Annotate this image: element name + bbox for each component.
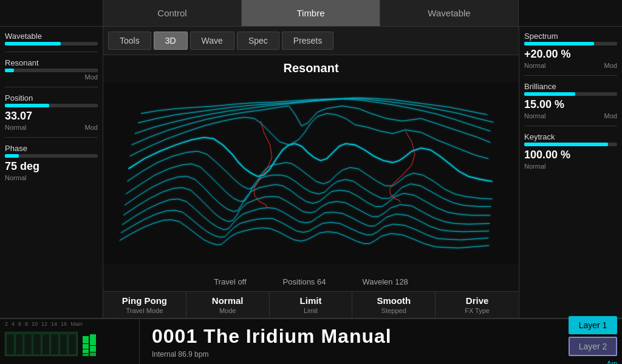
resonant-slider[interactable]: [5, 69, 98, 72]
drive-value: Drive: [440, 295, 514, 306]
spec-button[interactable]: Spec: [237, 32, 279, 50]
wavetable-3d-visual: [103, 55, 519, 291]
position-label: Position: [5, 93, 98, 103]
main-layout: Wavetable Resonant Mod Position 33.07: [0, 27, 622, 318]
tool-bar: Tools 3D Wave Spec Presets: [103, 27, 519, 55]
travel-mode-control[interactable]: Ping Pong Travel Mode: [103, 292, 186, 318]
limit-control[interactable]: Limit Limit: [270, 292, 353, 318]
mode-control[interactable]: Normal Mode: [186, 292, 270, 318]
positions-info: Positions 64: [283, 277, 326, 286]
brilliance-sub: Normal Mod: [524, 112, 617, 120]
keytrack-normal[interactable]: Normal: [524, 163, 545, 170]
keytrack-label: Keytrack: [524, 132, 617, 141]
travel-mode-sub: Travel Mode: [108, 307, 181, 314]
mode-value: Normal: [191, 295, 264, 306]
position-sub: Normal Mod: [5, 124, 98, 131]
patch-name-area: 0001 The Iridium Manual Internal 86.9 bp…: [140, 325, 564, 359]
spectrum-label: Spectrum: [524, 32, 617, 41]
resonant-slider-fill: [5, 69, 14, 72]
spectrum-section: Spectrum +20.00 % Normal Mod: [524, 32, 617, 69]
tools-button[interactable]: Tools: [108, 32, 151, 50]
right-sidebar: Spectrum +20.00 % Normal Mod Brilliance …: [519, 27, 622, 318]
spectrum-value: +20.00 %: [524, 48, 617, 61]
brilliance-label: Brilliance: [524, 82, 617, 91]
level-meters: [83, 329, 96, 356]
bottom-controls: Ping Pong Travel Mode Normal Mode Limit …: [103, 291, 519, 318]
position-value: 33.07: [5, 110, 98, 123]
svg-rect-0: [103, 82, 519, 265]
position-slider-fill: [5, 104, 49, 107]
brilliance-section: Brilliance 15.00 % Normal Mod: [524, 82, 617, 120]
presets-button[interactable]: Presets: [282, 32, 333, 50]
right-divider-1: [524, 75, 617, 76]
drive-sub: FX Type: [440, 307, 514, 314]
mini-piano-keys: [5, 329, 78, 356]
phase-slider[interactable]: [5, 154, 98, 158]
wave-info: Travel off Positions 64 Wavelen 128: [103, 277, 519, 286]
limit-sub: Limit: [275, 307, 347, 314]
wavetable-section: Wavetable: [5, 32, 98, 46]
nav-tabs: Control Timbre Wavetable: [103, 0, 519, 26]
bottom-bar: 2 4 6 8 10 12 14 16 Main: [0, 318, 622, 364]
mini-keyboard: 2 4 6 8 10 12 14 16 Main: [0, 318, 140, 364]
phase-label: Phase: [5, 144, 98, 153]
wavetable-label: Wavetable: [5, 32, 98, 41]
brilliance-slider[interactable]: [524, 92, 617, 96]
position-section: Position 33.07 Normal Mod: [5, 93, 98, 131]
spectrum-slider-fill: [524, 42, 594, 46]
phase-sub: Normal: [5, 174, 98, 181]
keytrack-slider-fill: [524, 143, 608, 146]
left-sidebar: Wavetable Resonant Mod Position 33.07: [0, 27, 103, 318]
layer1-button[interactable]: Layer 1: [569, 316, 617, 334]
wavetable-slider[interactable]: [5, 42, 98, 46]
travel-mode-value: Ping Pong: [108, 295, 181, 306]
brilliance-normal[interactable]: Normal: [524, 112, 545, 120]
position-normal[interactable]: Normal: [5, 124, 26, 131]
brilliance-slider-fill: [524, 92, 575, 96]
tab-control[interactable]: Control: [103, 0, 242, 26]
position-slider[interactable]: [5, 104, 98, 107]
drive-control[interactable]: Drive FX Type: [436, 292, 519, 318]
divider-2: [5, 87, 98, 87]
keytrack-section: Keytrack 100.00 % Normal: [524, 132, 617, 170]
layer2-button[interactable]: Layer 2: [569, 337, 617, 356]
wavetable-slider-fill: [5, 42, 61, 46]
top-nav-left-spacer: [0, 0, 103, 26]
resonant-sub: Mod: [5, 73, 98, 81]
phase-slider-fill: [5, 154, 19, 158]
phase-value: 75 deg: [5, 160, 98, 173]
spectrum-sub: Normal Mod: [524, 62, 617, 69]
divider-1: [5, 52, 98, 52]
travel-info: Travel off: [214, 277, 246, 286]
keytrack-slider[interactable]: [524, 143, 617, 146]
wave-title: Resonant: [283, 61, 338, 75]
arp-label: Arp: [607, 360, 617, 364]
smooth-value: Smooth: [357, 295, 430, 306]
patch-sub: Internal 86.9 bpm: [152, 350, 552, 359]
key-labels: 2 4 6 8 10 12 14 16 Main: [2, 321, 137, 327]
divider-3: [5, 137, 98, 138]
resonant-section: Resonant Mod: [5, 58, 98, 81]
smooth-control[interactable]: Smooth Stepped: [352, 292, 436, 318]
spectrum-slider[interactable]: [524, 42, 617, 46]
position-mod[interactable]: Mod: [85, 124, 98, 131]
brilliance-mod[interactable]: Mod: [604, 112, 617, 120]
tab-timbre[interactable]: Timbre: [242, 0, 380, 26]
resonant-label: Resonant: [5, 58, 98, 67]
spectrum-normal[interactable]: Normal: [524, 62, 545, 69]
layer-buttons: Layer 1 Layer 2 Arp: [564, 311, 622, 364]
smooth-sub: Stepped: [357, 307, 430, 314]
right-divider-2: [524, 126, 617, 126]
center-panel: Tools 3D Wave Spec Presets Resonant: [103, 27, 519, 318]
top-nav-right-spacer: [519, 0, 622, 26]
wave-button[interactable]: Wave: [190, 32, 234, 50]
tab-wavetable[interactable]: Wavetable: [380, 0, 519, 26]
phase-section: Phase 75 deg Normal: [5, 144, 98, 181]
brilliance-value: 15.00 %: [524, 98, 617, 111]
phase-normal[interactable]: Normal: [5, 174, 26, 181]
limit-value: Limit: [275, 295, 347, 306]
spectrum-mod[interactable]: Mod: [604, 62, 617, 69]
resonant-mod[interactable]: Mod: [85, 73, 98, 81]
3d-button[interactable]: 3D: [154, 32, 188, 50]
top-navigation: Control Timbre Wavetable: [0, 0, 622, 27]
